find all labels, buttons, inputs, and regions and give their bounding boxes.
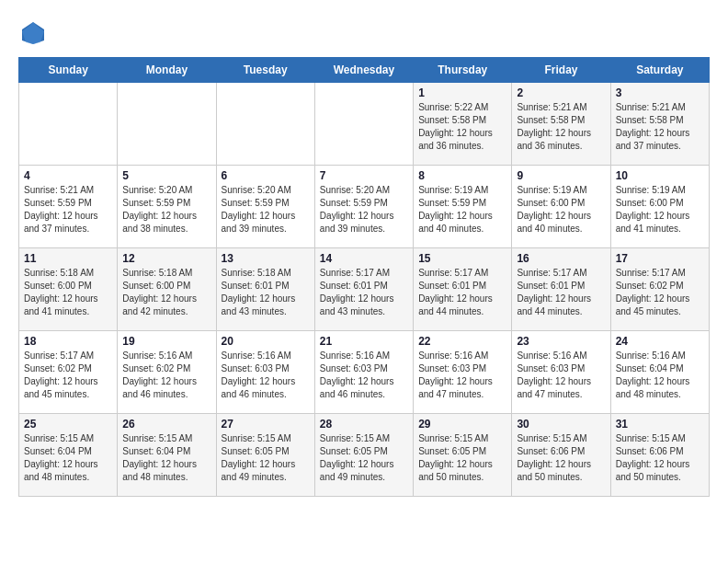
- day-number: 12: [122, 252, 210, 265]
- day-number: 25: [24, 418, 112, 431]
- calendar-cell: 31Sunrise: 5:15 AM Sunset: 6:06 PM Dayli…: [610, 414, 709, 497]
- day-info: Sunrise: 5:15 AM Sunset: 6:04 PM Dayligh…: [24, 432, 112, 484]
- weekday-header: Friday: [512, 58, 610, 83]
- day-number: 20: [222, 335, 310, 348]
- calendar-header: SundayMondayTuesdayWednesdayThursdayFrid…: [19, 58, 710, 83]
- day-info: Sunrise: 5:16 AM Sunset: 6:02 PM Dayligh…: [122, 350, 210, 401]
- calendar-week-row: 25Sunrise: 5:15 AM Sunset: 6:04 PM Dayli…: [19, 414, 710, 497]
- calendar-cell: 12Sunrise: 5:18 AM Sunset: 6:00 PM Dayli…: [118, 248, 216, 331]
- calendar-cell: 14Sunrise: 5:17 AM Sunset: 6:01 PM Dayli…: [314, 248, 413, 331]
- calendar-cell: 7Sunrise: 5:20 AM Sunset: 5:59 PM Daylig…: [314, 166, 413, 248]
- day-number: 26: [122, 418, 210, 431]
- day-info: Sunrise: 5:15 AM Sunset: 6:05 PM Dayligh…: [320, 432, 408, 484]
- day-number: 24: [616, 335, 704, 348]
- day-info: Sunrise: 5:18 AM Sunset: 6:00 PM Dayligh…: [122, 267, 210, 318]
- day-info: Sunrise: 5:20 AM Sunset: 5:59 PM Dayligh…: [320, 184, 408, 236]
- calendar-cell: 18Sunrise: 5:17 AM Sunset: 6:02 PM Dayli…: [19, 331, 118, 414]
- day-info: Sunrise: 5:17 AM Sunset: 6:02 PM Dayligh…: [616, 267, 704, 318]
- day-info: Sunrise: 5:22 AM Sunset: 5:58 PM Dayligh…: [418, 101, 506, 153]
- weekday-header: Saturday: [610, 58, 709, 83]
- day-number: 4: [24, 169, 112, 182]
- calendar-cell: 30Sunrise: 5:15 AM Sunset: 6:06 PM Dayli…: [512, 414, 610, 497]
- day-info: Sunrise: 5:21 AM Sunset: 5:58 PM Dayligh…: [616, 101, 704, 153]
- day-info: Sunrise: 5:17 AM Sunset: 6:01 PM Dayligh…: [320, 267, 408, 318]
- day-info: Sunrise: 5:17 AM Sunset: 6:01 PM Dayligh…: [517, 267, 605, 318]
- calendar-cell: 28Sunrise: 5:15 AM Sunset: 6:05 PM Dayli…: [314, 414, 413, 497]
- calendar-cell: [19, 83, 118, 166]
- calendar-cell: 29Sunrise: 5:15 AM Sunset: 6:05 PM Dayli…: [414, 414, 512, 497]
- day-info: Sunrise: 5:16 AM Sunset: 6:04 PM Dayligh…: [616, 350, 704, 401]
- day-number: 17: [616, 252, 704, 265]
- calendar-cell: 21Sunrise: 5:16 AM Sunset: 6:03 PM Dayli…: [314, 331, 413, 414]
- day-number: 30: [517, 418, 605, 431]
- calendar-cell: 26Sunrise: 5:15 AM Sunset: 6:04 PM Dayli…: [118, 414, 216, 497]
- calendar-cell: 4Sunrise: 5:21 AM Sunset: 5:59 PM Daylig…: [19, 166, 118, 248]
- calendar-cell: 27Sunrise: 5:15 AM Sunset: 6:05 PM Dayli…: [216, 414, 314, 497]
- day-info: Sunrise: 5:21 AM Sunset: 5:58 PM Dayligh…: [517, 101, 605, 153]
- weekday-header: Wednesday: [314, 58, 413, 83]
- calendar-table: SundayMondayTuesdayWednesdayThursdayFrid…: [18, 57, 710, 497]
- day-number: 14: [320, 252, 408, 265]
- day-number: 28: [320, 418, 408, 431]
- day-info: Sunrise: 5:19 AM Sunset: 6:00 PM Dayligh…: [517, 184, 605, 236]
- calendar-cell: 5Sunrise: 5:20 AM Sunset: 5:59 PM Daylig…: [118, 166, 216, 248]
- day-info: Sunrise: 5:16 AM Sunset: 6:03 PM Dayligh…: [222, 350, 310, 401]
- day-info: Sunrise: 5:21 AM Sunset: 5:59 PM Dayligh…: [24, 184, 112, 236]
- day-info: Sunrise: 5:18 AM Sunset: 6:00 PM Dayligh…: [24, 267, 112, 318]
- day-number: 31: [616, 418, 704, 431]
- day-number: 1: [418, 86, 506, 99]
- day-number: 15: [418, 252, 506, 265]
- logo-icon: [18, 18, 48, 48]
- day-number: 23: [517, 335, 605, 348]
- calendar-cell: 23Sunrise: 5:16 AM Sunset: 6:03 PM Dayli…: [512, 331, 610, 414]
- weekday-row: SundayMondayTuesdayWednesdayThursdayFrid…: [19, 58, 710, 83]
- calendar-cell: 11Sunrise: 5:18 AM Sunset: 6:00 PM Dayli…: [19, 248, 118, 331]
- calendar-cell: [314, 83, 413, 166]
- calendar-cell: 25Sunrise: 5:15 AM Sunset: 6:04 PM Dayli…: [19, 414, 118, 497]
- calendar-cell: 1Sunrise: 5:22 AM Sunset: 5:58 PM Daylig…: [414, 83, 512, 166]
- weekday-header: Sunday: [19, 58, 118, 83]
- day-number: 11: [24, 252, 112, 265]
- weekday-header: Thursday: [414, 58, 512, 83]
- day-number: 16: [517, 252, 605, 265]
- calendar-cell: [118, 83, 216, 166]
- day-number: 22: [418, 335, 506, 348]
- calendar-cell: 2Sunrise: 5:21 AM Sunset: 5:58 PM Daylig…: [512, 83, 610, 166]
- calendar-cell: 13Sunrise: 5:18 AM Sunset: 6:01 PM Dayli…: [216, 248, 314, 331]
- calendar-cell: 19Sunrise: 5:16 AM Sunset: 6:02 PM Dayli…: [118, 331, 216, 414]
- calendar-week-row: 18Sunrise: 5:17 AM Sunset: 6:02 PM Dayli…: [19, 331, 710, 414]
- day-info: Sunrise: 5:16 AM Sunset: 6:03 PM Dayligh…: [418, 350, 506, 401]
- day-info: Sunrise: 5:20 AM Sunset: 5:59 PM Dayligh…: [122, 184, 210, 236]
- day-number: 21: [320, 335, 408, 348]
- day-number: 10: [616, 169, 704, 182]
- weekday-header: Tuesday: [216, 58, 314, 83]
- day-info: Sunrise: 5:16 AM Sunset: 6:03 PM Dayligh…: [320, 350, 408, 401]
- calendar-cell: 10Sunrise: 5:19 AM Sunset: 6:00 PM Dayli…: [610, 166, 709, 248]
- day-number: 18: [24, 335, 112, 348]
- day-info: Sunrise: 5:18 AM Sunset: 6:01 PM Dayligh…: [222, 267, 310, 318]
- calendar-cell: 24Sunrise: 5:16 AM Sunset: 6:04 PM Dayli…: [610, 331, 709, 414]
- day-number: 5: [122, 169, 210, 182]
- day-info: Sunrise: 5:19 AM Sunset: 5:59 PM Dayligh…: [418, 184, 506, 236]
- day-info: Sunrise: 5:17 AM Sunset: 6:01 PM Dayligh…: [418, 267, 506, 318]
- day-info: Sunrise: 5:15 AM Sunset: 6:04 PM Dayligh…: [122, 432, 210, 484]
- day-info: Sunrise: 5:15 AM Sunset: 6:06 PM Dayligh…: [517, 432, 605, 484]
- day-number: 3: [616, 86, 704, 99]
- calendar-cell: 6Sunrise: 5:20 AM Sunset: 5:59 PM Daylig…: [216, 166, 314, 248]
- day-number: 8: [418, 169, 506, 182]
- day-info: Sunrise: 5:19 AM Sunset: 6:00 PM Dayligh…: [616, 184, 704, 236]
- calendar-cell: 17Sunrise: 5:17 AM Sunset: 6:02 PM Dayli…: [610, 248, 709, 331]
- calendar-week-row: 11Sunrise: 5:18 AM Sunset: 6:00 PM Dayli…: [19, 248, 710, 331]
- calendar-cell: 3Sunrise: 5:21 AM Sunset: 5:58 PM Daylig…: [610, 83, 709, 166]
- logo: [18, 18, 53, 48]
- day-info: Sunrise: 5:16 AM Sunset: 6:03 PM Dayligh…: [517, 350, 605, 401]
- page-header: [18, 18, 710, 48]
- calendar-cell: 22Sunrise: 5:16 AM Sunset: 6:03 PM Dayli…: [414, 331, 512, 414]
- day-info: Sunrise: 5:15 AM Sunset: 6:05 PM Dayligh…: [222, 432, 310, 484]
- day-number: 9: [517, 169, 605, 182]
- calendar-cell: [216, 83, 314, 166]
- day-number: 29: [418, 418, 506, 431]
- svg-marker-1: [22, 22, 44, 44]
- day-info: Sunrise: 5:20 AM Sunset: 5:59 PM Dayligh…: [222, 184, 310, 236]
- weekday-header: Monday: [118, 58, 216, 83]
